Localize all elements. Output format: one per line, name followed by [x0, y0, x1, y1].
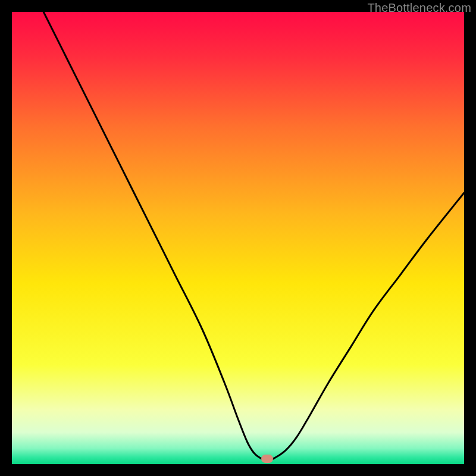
watermark-text: TheBottleneck.com: [367, 1, 471, 15]
optimum-marker: [261, 455, 273, 463]
plot-area: [12, 12, 464, 464]
chart-frame: TheBottleneck.com: [0, 0, 476, 476]
gradient-xy-plane: [12, 12, 464, 464]
bottleneck-curve: [43, 12, 464, 460]
gradient-background: [12, 12, 464, 464]
